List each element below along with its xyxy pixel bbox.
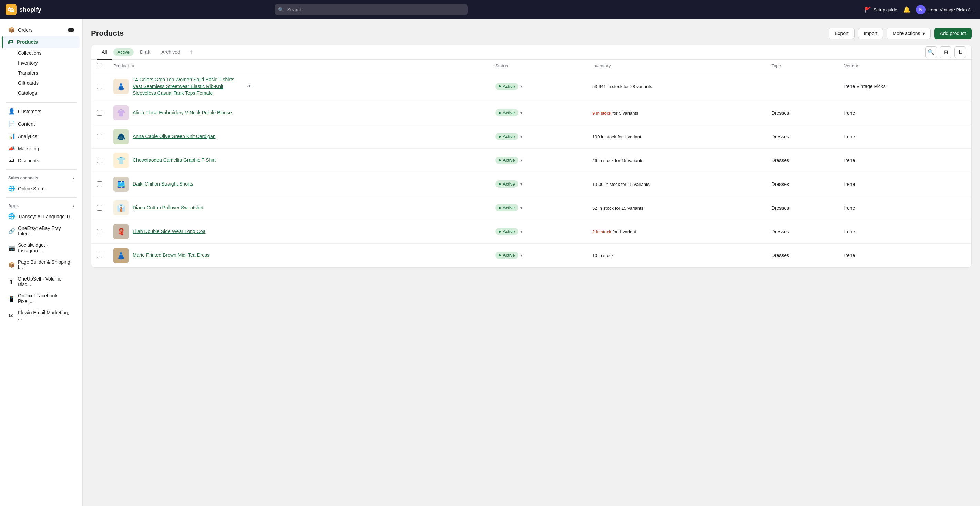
products-tbody: 👗 14 Colors Crop Top Women Solid Basic T…	[91, 72, 971, 268]
sales-channels-chevron-icon: ›	[72, 175, 74, 181]
product-name-6[interactable]: Lilah Double Side Wear Long Coa	[133, 228, 205, 235]
sidebar-item-transfers[interactable]: Transfers	[3, 68, 80, 78]
search-input[interactable]	[275, 4, 468, 15]
col-type: Type	[766, 60, 839, 72]
row-checkbox-0[interactable]	[97, 84, 102, 89]
search-bar[interactable]: 🔍	[275, 4, 468, 15]
sidebar-item-transcy[interactable]: 🌐 Transcy: AI Language Tr...	[3, 210, 80, 222]
product-name-5[interactable]: Diana Cotton Pullover Sweatshirt	[133, 205, 203, 211]
sort-button[interactable]: ⇅	[954, 46, 966, 58]
filter-button[interactable]: ⊟	[940, 46, 951, 58]
sidebar-item-onepixel[interactable]: 📱 OnPixel Facebook Pixel,...	[3, 290, 80, 307]
product-name-2[interactable]: Anna Cable Olive Green Knit Cardigan	[133, 133, 215, 140]
tab-active[interactable]: Active	[113, 48, 134, 56]
row-type-cell: Dresses	[766, 243, 839, 267]
row-checkbox-1[interactable]	[97, 110, 102, 116]
status-chevron-7[interactable]: ▾	[520, 253, 522, 258]
product-name-3[interactable]: Chowxiaodou Camellia Graphic T-Shirt	[133, 157, 216, 164]
sidebar-item-catalogs[interactable]: Catalogs	[3, 88, 80, 98]
product-name-1[interactable]: Alicia Floral Embroidery V-Neck Purple B…	[133, 109, 232, 116]
export-button[interactable]: Export	[829, 27, 854, 39]
status-chevron-2[interactable]: ▾	[520, 134, 522, 139]
row-checkbox-6[interactable]	[97, 229, 102, 235]
sidebar-item-online-store[interactable]: 🌐 Online Store	[3, 182, 80, 195]
row-checkbox-3[interactable]	[97, 158, 102, 163]
inventory-text-2: 100 in stock for 1 variant	[592, 134, 641, 140]
oneupsell-label: OneUpSell - Volume Disc...	[18, 276, 74, 287]
sidebar-item-marketing[interactable]: 📣 Marketing	[3, 143, 80, 155]
row-product-cell: 👚 Alicia Floral Embroidery V-Neck Purple…	[108, 101, 490, 125]
sidebar-item-inventory[interactable]: Inventory	[3, 58, 80, 68]
row-status-cell: Active ▾	[490, 196, 587, 220]
table-row: 🧥 Anna Cable Olive Green Knit Cardigan A…	[91, 125, 971, 148]
import-button[interactable]: Import	[858, 27, 883, 39]
row-checkbox-2[interactable]	[97, 134, 102, 140]
more-actions-button[interactable]: More actions ▾	[887, 27, 931, 39]
status-chevron-1[interactable]: ▾	[520, 111, 522, 115]
apps-section-label[interactable]: Apps ›	[3, 200, 80, 210]
sidebar-item-products[interactable]: 🏷 Products	[2, 36, 80, 48]
status-chevron-4[interactable]: ▾	[520, 182, 522, 187]
logo[interactable]: 🛍 shopify	[5, 4, 75, 15]
tab-all[interactable]: All	[97, 45, 112, 60]
row-type-cell: Dresses	[766, 172, 839, 196]
add-tab-button[interactable]: +	[186, 46, 196, 59]
product-name-0[interactable]: 14 Colors Crop Top Women Solid Basic T-s…	[133, 76, 243, 97]
sidebar-item-content[interactable]: 📄 Content	[3, 118, 80, 130]
sidebar-item-discounts[interactable]: 🏷 Discounts	[3, 155, 80, 167]
row-checkbox-cell	[91, 243, 108, 267]
product-eye-icon-0[interactable]: 👁	[247, 84, 252, 89]
search-filter-button[interactable]: 🔍	[925, 46, 937, 58]
product-cell-2: 🧥 Anna Cable Olive Green Knit Cardigan	[113, 129, 484, 144]
sidebar-item-socialwidget[interactable]: 📷 Socialwidget - Instagram...	[3, 240, 80, 256]
sidebar-item-customers[interactable]: 👤 Customers	[3, 105, 80, 117]
col-product[interactable]: Product ⇅	[108, 60, 490, 72]
orders-icon: 📦	[8, 27, 14, 33]
row-checkbox-5[interactable]	[97, 205, 102, 211]
low-stock-text-1: 9 in stock	[592, 111, 611, 116]
row-checkbox-7[interactable]	[97, 253, 102, 258]
product-name-4[interactable]: Daiki Chiffon Straight Shorts	[133, 181, 193, 187]
select-all-checkbox[interactable]	[97, 63, 102, 68]
setup-guide-button[interactable]: 🚩 Setup guide	[864, 6, 897, 13]
row-product-cell: 👗 Marie Printed Brown Midi Tea Dress	[108, 243, 490, 267]
products-table: Product ⇅ Status Inventory Type Vendor 👗…	[91, 60, 971, 268]
sidebar-item-flowio[interactable]: ✉ Flowio Email Marketing, ...	[3, 307, 80, 324]
product-thumb-1: 👚	[113, 105, 129, 121]
status-chevron-3[interactable]: ▾	[520, 158, 522, 163]
search-icon: 🔍	[278, 7, 284, 13]
status-chevron-0[interactable]: ▾	[520, 84, 522, 89]
sidebar-item-analytics[interactable]: 📊 Analytics	[3, 130, 80, 142]
tab-archived[interactable]: Archived	[156, 45, 185, 60]
status-chevron-6[interactable]: ▾	[520, 229, 522, 234]
product-sort-icon[interactable]: ⇅	[131, 64, 134, 68]
status-badge-4: Active	[495, 180, 518, 187]
sidebar-item-pagebuilder[interactable]: 📦 Page Builder & Shipping l...	[3, 257, 80, 273]
row-type-cell: Dresses	[766, 148, 839, 172]
row-checkbox-4[interactable]	[97, 181, 102, 187]
sidebar-item-oneetsy[interactable]: 🔗 OneEtsy: eBay Etsy Integ...	[3, 223, 80, 239]
inventory-label: Inventory	[18, 60, 38, 66]
tabs-right-actions: 🔍 ⊟ ⇅	[925, 46, 966, 58]
inventory-text-6: 2 in stock for 1 variant	[592, 229, 636, 235]
tab-draft[interactable]: Draft	[135, 45, 155, 60]
flag-icon: 🚩	[864, 6, 871, 13]
product-cell-7: 👗 Marie Printed Brown Midi Tea Dress	[113, 248, 484, 263]
sidebar-item-oneupsell[interactable]: ⬆ OneUpSell - Volume Disc...	[3, 273, 80, 290]
discounts-icon: 🏷	[8, 158, 14, 164]
sidebar-item-gift-cards[interactable]: Gift cards	[3, 78, 80, 88]
sales-channels-label: Sales channels	[8, 176, 38, 180]
sidebar-item-orders[interactable]: 📦 Orders 1	[3, 24, 80, 36]
topbar: 🛍 shopify 🔍 🚩 Setup guide 🔔 IV Irene Vin…	[0, 0, 980, 19]
col-product-label: Product	[113, 63, 129, 68]
store-selector[interactable]: IV Irene Vintage Picks A...	[916, 5, 975, 14]
product-cell-5: 👔 Diana Cotton Pullover Sweatshirt	[113, 200, 484, 216]
sales-channels-section-label[interactable]: Sales channels ›	[3, 173, 80, 182]
product-name-7[interactable]: Marie Printed Brown Midi Tea Dress	[133, 252, 210, 259]
row-checkbox-cell	[91, 101, 108, 125]
sidebar-item-collections[interactable]: Collections	[3, 48, 80, 58]
status-wrap-6: Active ▾	[495, 228, 581, 235]
add-product-button[interactable]: Add product	[934, 27, 972, 39]
status-chevron-5[interactable]: ▾	[520, 206, 522, 210]
notifications-bell-icon[interactable]: 🔔	[903, 6, 910, 13]
